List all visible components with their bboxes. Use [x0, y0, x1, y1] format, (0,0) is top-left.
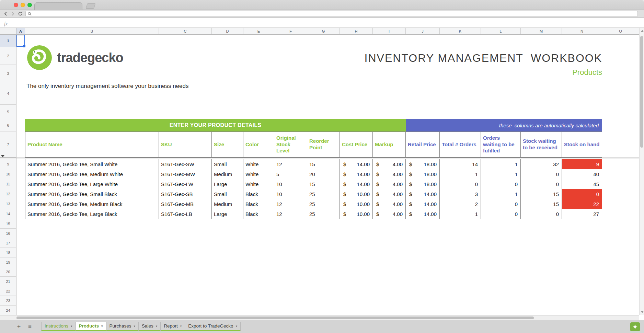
cell-markup[interactable]: $4.00 [373, 169, 406, 179]
cell-color[interactable]: Black [243, 189, 274, 199]
cell-markup[interactable]: $4.00 [373, 189, 406, 199]
cell-stock-waiting[interactable]: 32 [521, 159, 562, 169]
column-header-G[interactable]: G [307, 28, 340, 34]
cell-O6[interactable] [602, 119, 639, 131]
cell-retail-price[interactable]: $18.00 [406, 179, 440, 189]
column-header-O[interactable]: O [602, 28, 639, 34]
formula-input[interactable] [12, 20, 644, 27]
cell-reorder[interactable]: 15 [307, 159, 340, 169]
cell-product-name[interactable]: Summer 2016, Gecko Tee, Large White [25, 179, 159, 189]
sheet-tab-instructions[interactable]: Instructions ▾ [41, 322, 76, 331]
header-orders-waiting[interactable]: Orders waiting to be fufilled [481, 131, 521, 158]
add-sheet-button[interactable]: + [14, 322, 23, 331]
header-sku[interactable]: SKU [159, 131, 212, 158]
cell-size[interactable]: Medium [212, 199, 243, 209]
cell-a[interactable] [16, 179, 25, 189]
row-header-24[interactable]: 24 [0, 306, 16, 315]
cell-A6[interactable] [16, 119, 25, 131]
cell-total-orders[interactable]: 1 [440, 169, 481, 179]
header-original-stock[interactable]: Original Stock Level [274, 131, 307, 158]
column-header-B[interactable]: B [25, 28, 159, 34]
column-header-H[interactable]: H [340, 28, 373, 34]
cell-orders-waiting[interactable]: 0 [481, 179, 521, 189]
tab-menu-caret-icon[interactable]: ▾ [101, 324, 103, 328]
cell-retail-price[interactable]: $14.00 [406, 209, 440, 219]
explore-button[interactable] [630, 322, 640, 331]
vertical-scrollbar[interactable] [639, 28, 644, 315]
cell-retail-price[interactable]: $14.00 [406, 199, 440, 209]
cell-orders-waiting[interactable]: 0 [481, 199, 521, 209]
cell-original-stock[interactable]: 5 [274, 169, 307, 179]
header-size[interactable]: Size [212, 131, 243, 158]
cell-cost-price[interactable]: $14.00 [340, 159, 373, 169]
cell-cost-price[interactable]: $14.00 [340, 179, 373, 189]
cell-reorder[interactable]: 15 [307, 179, 340, 189]
reload-button[interactable] [17, 11, 23, 16]
cell-product-name[interactable]: Summer 2016, Gecko Tee, Small White [25, 159, 159, 169]
row-header-23[interactable]: 23 [0, 296, 16, 306]
horizontal-scrollbar-thumb[interactable] [16, 317, 534, 319]
cell-original-stock[interactable]: 12 [274, 199, 307, 209]
column-header-K[interactable]: K [440, 28, 481, 34]
row-header-20[interactable]: 20 [0, 267, 16, 277]
back-button[interactable] [3, 11, 9, 16]
cell-original-stock[interactable]: 10 [274, 189, 307, 199]
sheet-tab-sales[interactable]: Sales ▾ [139, 322, 161, 331]
sheet-tab-products[interactable]: Products ▾ [76, 322, 106, 331]
cell-color[interactable]: White [243, 179, 274, 189]
header-stock-waiting[interactable]: Stock waiting to be received [521, 131, 562, 158]
cell-sku[interactable]: S16T-Gec-LB [159, 209, 212, 219]
header-cost-price[interactable]: Cost Price [340, 131, 373, 158]
cell-stock-waiting[interactable]: 0 [521, 209, 562, 219]
browser-tab[interactable] [34, 2, 82, 10]
row-header-10[interactable]: 10 [0, 169, 16, 179]
cell-o[interactable] [602, 189, 639, 199]
cell-orders-waiting[interactable]: 0 [481, 209, 521, 219]
cell-o[interactable] [602, 179, 639, 189]
cell-size[interactable]: Large [212, 179, 243, 189]
cell-a[interactable] [16, 199, 25, 209]
cell-original-stock[interactable]: 12 [274, 159, 307, 169]
tab-menu-caret-icon[interactable]: ▾ [71, 324, 72, 328]
auto-calculated-banner[interactable]: these columns are automatically calculat… [406, 119, 602, 131]
header-color[interactable]: Color [243, 131, 274, 158]
row-header-21[interactable]: 21 [0, 277, 16, 286]
cell-color[interactable]: Black [243, 199, 274, 209]
row-header-2[interactable]: 2 [0, 47, 16, 65]
column-header-F[interactable]: F [274, 28, 307, 34]
row-header-1[interactable]: 1 [0, 35, 16, 47]
cell-size[interactable]: Small [212, 159, 243, 169]
row-header-15[interactable]: 15 [0, 219, 16, 229]
frozen-rows-divider[interactable] [0, 158, 16, 159]
column-header-N[interactable]: N [562, 28, 602, 34]
row-header-9[interactable]: 9 [0, 159, 16, 169]
row-header-18[interactable]: 18 [0, 248, 16, 257]
column-header-D[interactable]: D [212, 28, 243, 34]
header-retail-price[interactable]: Retail Price [406, 131, 440, 158]
column-header-L[interactable]: L [481, 28, 521, 34]
cell-reorder[interactable]: 25 [307, 189, 340, 199]
cell-markup[interactable]: $4.00 [373, 199, 406, 209]
header-reorder-point[interactable]: Reorder Point [307, 131, 340, 158]
column-header-C[interactable]: C [159, 28, 212, 34]
cell-o[interactable] [602, 209, 639, 219]
cell-reorder[interactable]: 20 [307, 169, 340, 179]
cell-color[interactable]: White [243, 169, 274, 179]
tab-menu-caret-icon[interactable]: ▾ [156, 324, 158, 328]
sheet-tab-report[interactable]: Report ▾ [161, 322, 185, 331]
empty-rows-area[interactable] [16, 219, 639, 315]
row-header-5[interactable]: 5 [0, 105, 16, 119]
row-header-6[interactable]: 6 [0, 119, 16, 131]
cell-a[interactable] [16, 209, 25, 219]
cell-O7[interactable] [602, 131, 639, 158]
row-header-16[interactable]: 16 [0, 229, 16, 238]
cell-markup[interactable]: $4.00 [373, 209, 406, 219]
scroll-up-icon[interactable] [641, 30, 644, 32]
cell-sku[interactable]: S16T-Gec-MW [159, 169, 212, 179]
cell-stock-on-hand[interactable]: 9 [562, 159, 602, 169]
cell-markup[interactable]: $4.00 [373, 159, 406, 169]
cell-cost-price[interactable]: $10.00 [340, 209, 373, 219]
minimize-window-button[interactable] [21, 3, 25, 7]
cell-product-name[interactable]: Summer 2016, Gecko Tee, Medium White [25, 169, 159, 179]
cell-stock-on-hand[interactable]: 45 [562, 179, 602, 189]
